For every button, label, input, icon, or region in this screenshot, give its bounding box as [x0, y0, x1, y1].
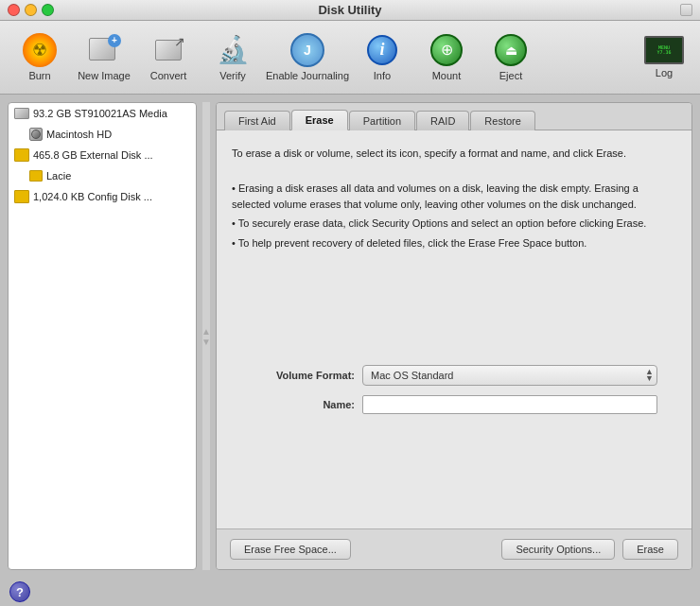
close-button[interactable] — [8, 4, 20, 16]
eject-icon: ⏏ — [494, 33, 528, 67]
sidebar-item-label: 93.2 GB ST910021AS Media — [33, 108, 167, 119]
new-image-button[interactable]: + New Image — [72, 26, 136, 90]
log-display: MENU Y7.36 — [656, 45, 671, 56]
erase-tab-content: To erase a disk or volume, select its ic… — [217, 130, 691, 528]
sidebar-item-disk1[interactable]: 93.2 GB ST910021AS Media — [9, 103, 196, 124]
name-row: Name: — [251, 395, 657, 414]
sidebar-item-disk2[interactable]: 465.8 GB External Disk ... — [9, 145, 196, 165]
erase-intro: To erase a disk or volume, select its ic… — [232, 146, 676, 254]
hd-icon — [29, 128, 43, 141]
maximize-button[interactable] — [42, 4, 54, 16]
volume-format-select-wrapper: Mac OS Standard Mac OS Extended Mac OS E… — [362, 365, 657, 386]
toolbar: Burn + New Image ↗ Convert 🔬 Verify J En… — [0, 21, 700, 95]
minimize-button[interactable] — [25, 4, 37, 16]
enable-journaling-icon: J — [290, 33, 324, 67]
name-input[interactable] — [362, 395, 657, 414]
erase-form: Volume Format: Mac OS Standard Mac OS Ex… — [232, 266, 676, 513]
eject-label: Eject — [499, 70, 522, 81]
disk-icon — [14, 108, 29, 119]
new-image-icon: + — [87, 33, 121, 67]
log-button[interactable]: MENU Y7.36 Log — [636, 26, 692, 90]
security-options-button[interactable]: Security Options... — [501, 539, 615, 560]
verify-label: Verify — [219, 70, 246, 81]
mount-button[interactable]: ⊕ Mount — [414, 26, 479, 90]
info-label: Info — [374, 70, 391, 81]
tab-first-aid[interactable]: First Aid — [224, 111, 290, 130]
window-title: Disk Utility — [318, 3, 381, 17]
convert-button[interactable]: ↗ Convert — [136, 26, 201, 90]
info-button[interactable]: i Info — [350, 26, 414, 90]
burn-button[interactable]: Burn — [8, 26, 72, 90]
name-label: Name: — [251, 399, 355, 410]
convert-label: Convert — [150, 70, 187, 81]
footer: ? — [0, 578, 700, 606]
window-resize-icon — [680, 4, 692, 16]
config-disk-icon — [14, 190, 29, 203]
erase-free-space-button[interactable]: Erase Free Space... — [230, 539, 351, 560]
sidebar-item-label: 1,024.0 KB Config Disk ... — [33, 191, 152, 202]
enable-journaling-label: Enable Journaling — [266, 70, 349, 81]
sidebar-item-disk3[interactable]: 1,024.0 KB Config Disk ... — [9, 186, 196, 207]
sidebar-item-macintoshhd[interactable]: Macintosh HD — [24, 124, 196, 145]
window-controls[interactable] — [8, 4, 54, 16]
volume-format-label: Volume Format: — [251, 370, 355, 381]
burn-label: Burn — [28, 70, 50, 81]
sidebar-item-lacie[interactable]: Lacie — [24, 165, 196, 186]
eject-button[interactable]: ⏏ Eject — [479, 26, 543, 90]
verify-icon: 🔬 — [216, 33, 250, 67]
right-panel: First Aid Erase Partition RAID Restore T… — [216, 102, 692, 570]
resize-handle[interactable]: ▲▼ — [202, 102, 210, 570]
log-label: Log — [656, 67, 673, 78]
enable-journaling-button[interactable]: J Enable Journaling — [265, 26, 350, 90]
verify-button[interactable]: 🔬 Verify — [201, 26, 265, 90]
mount-icon: ⊕ — [429, 33, 464, 67]
sidebar-item-label: 465.8 GB External Disk ... — [33, 149, 153, 161]
right-action-buttons: Security Options... Erase — [501, 539, 678, 560]
help-button[interactable]: ? — [9, 581, 30, 602]
new-image-label: New Image — [78, 70, 131, 81]
sidebar-item-label: Macintosh HD — [46, 129, 112, 140]
mount-label: Mount — [432, 70, 462, 81]
main-content: 93.2 GB ST910021AS Media Macintosh HD 46… — [0, 95, 700, 578]
convert-icon: ↗ — [151, 33, 185, 67]
tab-raid[interactable]: RAID — [416, 111, 469, 130]
title-bar: Disk Utility — [0, 0, 700, 21]
log-monitor: MENU Y7.36 — [644, 36, 684, 64]
tab-bar: First Aid Erase Partition RAID Restore — [217, 103, 691, 130]
bottom-buttons-bar: Erase Free Space... Security Options... … — [217, 528, 691, 569]
volume-format-select[interactable]: Mac OS Standard Mac OS Extended Mac OS E… — [362, 365, 657, 386]
erase-button[interactable]: Erase — [622, 539, 678, 560]
burn-icon — [23, 33, 57, 67]
tab-erase[interactable]: Erase — [291, 110, 348, 130]
tab-restore[interactable]: Restore — [470, 111, 535, 130]
sidebar-item-label: Lacie — [46, 170, 71, 182]
ext-vol-icon — [29, 170, 43, 182]
ext-disk-icon — [14, 148, 29, 162]
tab-partition[interactable]: Partition — [349, 111, 415, 130]
sidebar: 93.2 GB ST910021AS Media Macintosh HD 46… — [8, 102, 197, 570]
info-icon: i — [365, 33, 399, 67]
volume-format-row: Volume Format: Mac OS Standard Mac OS Ex… — [251, 365, 657, 386]
